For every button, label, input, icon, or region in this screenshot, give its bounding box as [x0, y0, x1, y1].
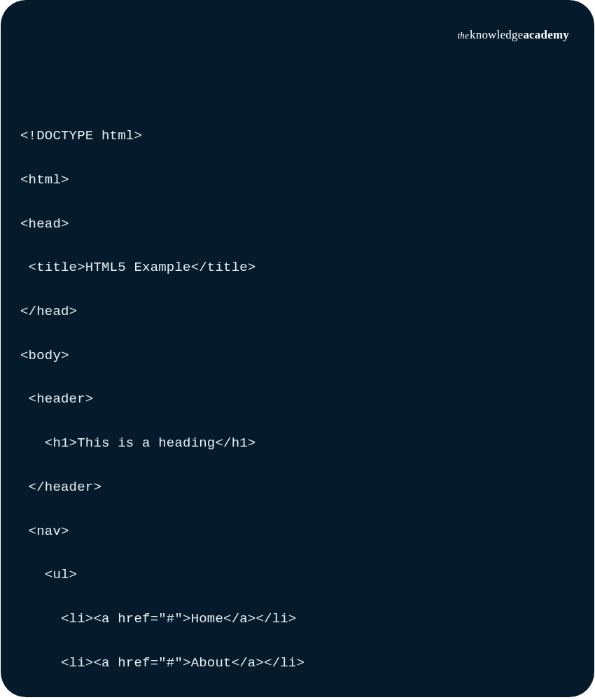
- code-line: </head>: [20, 301, 575, 323]
- brand-knowledge: knowledge: [470, 28, 523, 41]
- code-line: </header>: [20, 477, 575, 498]
- code-line: <li><a href="#">Contact</a></li>: [20, 696, 575, 700]
- code-line: <!DOCTYPE html>: [20, 125, 575, 147]
- brand-logo: theknowledgeacademy: [458, 28, 570, 42]
- code-line: <li><a href="#">About</a></li>: [20, 652, 575, 674]
- code-line: <ul>: [20, 564, 575, 586]
- brand-academy: academy: [523, 28, 569, 41]
- brand-the: the: [458, 30, 469, 41]
- code-line: <header>: [20, 388, 575, 410]
- code-line: <head>: [20, 214, 575, 235]
- code-line: <body>: [20, 345, 575, 367]
- code-card: theknowledgeacademy <!DOCTYPE html> <htm…: [1, 0, 594, 697]
- code-line: <h1>This is a heading</h1>: [20, 433, 575, 454]
- code-line: <html>: [20, 169, 575, 191]
- code-line: <title>HTML5 Example</title>: [20, 257, 575, 279]
- code-line: <nav>: [20, 521, 575, 542]
- code-block: <!DOCTYPE html> <html> <head> <title>HTM…: [20, 104, 575, 700]
- code-line: <li><a href="#">Home</a></li>: [20, 608, 575, 630]
